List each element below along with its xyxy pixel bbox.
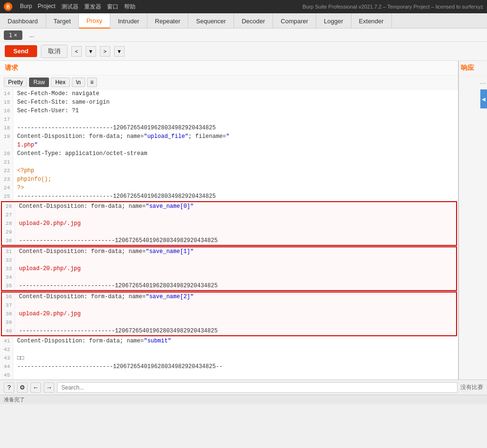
response-panel-header: 响应 [459,61,487,76]
request-panel-header: 请求 [0,61,458,76]
code-editor[interactable]: 14 Sec-Fetch-Mode: navigate 15 Sec-Fetch… [0,89,458,380]
code-line-45: 45 [0,371,458,380]
status-bar: 准备完了 [0,395,487,404]
menu-testtools[interactable]: 测试器 [61,3,78,11]
code-line-41: 41 Content-Disposition: form-data; name=… [0,337,458,345]
code-line-30: 30 ----------------------------120672654… [2,236,456,245]
code-line-25: 25 ----------------------------120672654… [0,192,458,201]
cancel-button[interactable]: 取消 [41,45,68,58]
hex-button[interactable]: Hex [51,78,69,87]
raw-button[interactable]: Raw [29,78,49,87]
code-line-34: 34 [2,273,456,282]
code-line-44: 44 ----------------------------120672654… [0,362,458,371]
nav-down2-button[interactable]: ▼ [114,46,125,57]
red-box-3: 36 Content-Disposition: form-data; name=… [1,292,457,336]
code-line-28: 28 upload-20.php/.jpg [2,219,456,228]
request-panel: 请求 Pretty Raw Hex \n ≡ 14 Sec-Fetch-Mode… [0,61,458,380]
menu-burp[interactable]: Burp [20,3,32,11]
code-line-43: 43 □□ [0,354,458,362]
toolbar: Send 取消 < ▼ > ▼ [0,42,487,61]
response-panel: 响应 ⋮ [458,61,487,380]
back-button[interactable]: ← [30,382,41,393]
tab-proxy[interactable]: Proxy [79,13,110,29]
tab-target[interactable]: Target [46,13,79,29]
code-line-19: 19 Content-Disposition: form-data; name=… [0,132,458,141]
menu-items: Burp Project 测试器 重发器 窗口 帮助 [20,3,136,11]
code-line-36: 36 Content-Disposition: form-data; name=… [2,292,456,301]
menu-window[interactable]: 窗口 [107,3,118,11]
newline-button[interactable]: \n [72,78,85,87]
nav-back-button[interactable]: < [71,46,82,57]
burp-icon: B [4,2,12,11]
code-line-29: 29 [2,228,456,236]
forward-button[interactable]: → [44,382,54,393]
title-bar: B Burp Project 测试器 重发器 窗口 帮助 Burp Suite … [0,0,487,13]
code-line-37: 37 [2,301,456,310]
code-line-21: 21 [0,158,458,166]
nav-down1-button[interactable]: ▼ [86,46,96,57]
tab-extender[interactable]: Extender [351,13,392,29]
editor-toolbar: Pretty Raw Hex \n ≡ [0,76,458,89]
code-line-42: 42 [0,345,458,354]
tab-decoder[interactable]: Decoder [234,13,273,29]
code-line-38: 38 upload-20.php/.jpg [2,310,456,318]
nav-tabs: Dashboard Target Proxy Intruder Repeater… [0,13,487,29]
send-button[interactable]: Send [5,45,37,57]
code-line-18: 18 ----------------------------120672654… [0,124,458,132]
code-line-32: 32 [2,256,456,264]
code-line-19b: 1.php" [0,141,458,149]
code-line-40: 40 ----------------------------120672654… [2,327,456,335]
code-line-17: 17 [0,115,458,124]
status-text: 准备完了 [4,396,25,403]
tab-intruder[interactable]: Intruder [110,13,147,29]
settings-button[interactable]: ⚙ [17,382,28,393]
code-line-23: 23 phpinfo(); [0,175,458,184]
menu-project[interactable]: Project [38,3,55,11]
code-line-39: 39 [2,318,456,327]
code-line-33: 33 upload-20.php/.jpg [2,264,456,273]
nav-forward-button[interactable]: > [100,46,110,57]
app-title: Burp Suite Professional v2021.7.2 – Temp… [302,4,483,10]
code-line-14: 14 Sec-Fetch-Mode: navigate [0,89,458,98]
code-line-26: 26 Content-Disposition: form-data; name=… [2,202,456,211]
menu-resend[interactable]: 重发器 [84,3,101,11]
code-line-27: 27 [2,211,456,219]
no-match-label: 没有比赛 [460,383,483,391]
tab-logger[interactable]: Logger [316,13,351,29]
red-box-1: 26 Content-Disposition: form-data; name=… [1,201,457,246]
tab-dashboard[interactable]: Dashboard [0,13,46,29]
help-button[interactable]: ? [4,382,14,393]
sub-tab-more[interactable]: ... [24,30,39,40]
code-line-15: 15 Sec-Fetch-Site: same-origin [0,98,458,107]
menu-icon-button[interactable]: ≡ [87,78,97,87]
code-line-16: 16 Sec-Fetch-User: ?1 [0,107,458,115]
tab-repeater[interactable]: Repeater [147,13,188,29]
code-line-24: 24 ?> [0,184,458,192]
bottom-bar: ? ⚙ ← → 没有比赛 [0,380,487,395]
menu-help[interactable]: 帮助 [124,3,136,11]
sub-tab-1[interactable]: 1 × [4,30,22,40]
search-input[interactable] [57,382,458,393]
sub-tab-bar: 1 × ... [0,29,487,42]
red-box-2: 31 Content-Disposition: form-data; name=… [1,246,457,291]
code-line-20: 20 Content-Type: application/octet-strea… [0,149,458,158]
tab-sequencer[interactable]: Sequencer [188,13,234,29]
code-line-35: 35 ----------------------------120672654… [2,282,456,290]
code-line-22: 22 <?php [0,166,458,175]
panel-toggle-button[interactable]: ◀ [480,89,487,108]
pretty-button[interactable]: Pretty [4,78,27,87]
tab-comparer[interactable]: Comparer [273,13,316,29]
code-line-31: 31 Content-Disposition: form-data; name=… [2,247,456,256]
main-wrapper: 请求 Pretty Raw Hex \n ≡ 14 Sec-Fetch-Mode… [0,61,487,380]
